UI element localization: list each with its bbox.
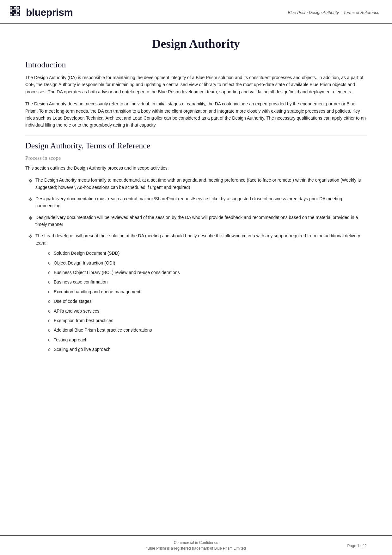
svg-rect-6: [10, 13, 13, 16]
introduction-paragraph-2: The Design Authority does not necessaril…: [25, 100, 367, 129]
svg-rect-5: [17, 10, 20, 12]
footer-page-number: Page 1 of 2: [347, 544, 367, 548]
bullet-item-4: ❖ The Lead developer will present their …: [25, 232, 367, 355]
sub-item-11: o Scaling and go live approach: [45, 346, 367, 353]
sub-item-4: o Business case confirmation: [45, 278, 367, 285]
document-header-title: Blue Prism Design Authority – Terms of R…: [288, 10, 380, 15]
svg-rect-0: [10, 6, 13, 9]
introduction-paragraph-1: The Design Authority (DA) is responsible…: [25, 74, 367, 95]
svg-rect-8: [17, 13, 20, 16]
terms-of-reference-heading: Design Authority, Terms of Reference: [25, 141, 367, 151]
sub-content-4: Business case confirmation: [54, 278, 367, 285]
sub-content-11: Scaling and go live approach: [54, 346, 367, 353]
sub-item-8: o Exemption from best practices: [45, 317, 367, 324]
sub-content-5: Exception handling and queue management: [54, 288, 367, 295]
sub-content-6: Use of code stages: [54, 298, 367, 305]
sub-content-3: Business Object Library (BOL) review and…: [54, 269, 367, 276]
bullet-marker-1: ❖: [25, 177, 35, 185]
sub-marker-2: o: [45, 259, 54, 266]
sub-content-7: API's and web services: [54, 308, 367, 315]
page-content: Design Authority Introduction The Design…: [0, 24, 392, 535]
bullet-marker-3: ❖: [25, 214, 35, 222]
sub-marker-4: o: [45, 278, 54, 285]
sub-content-10: Testing approach: [54, 336, 367, 343]
document-page: blueprism Blue Prism Design Authority – …: [0, 0, 392, 555]
sub-marker-11: o: [45, 346, 54, 353]
bullet-content-1: The Design Authority meets formally to m…: [35, 177, 367, 191]
sub-marker-10: o: [45, 336, 54, 343]
bullet-content-3: Design/delivery documentation will be re…: [35, 214, 367, 228]
sub-item-7: o API's and web services: [45, 308, 367, 315]
svg-rect-4: [14, 10, 16, 12]
sub-item-1: o Solution Design Document (SDD): [45, 250, 367, 257]
bullet-marker-4: ❖: [25, 232, 35, 241]
sub-marker-7: o: [45, 308, 54, 315]
logo-text: blueprism: [26, 7, 73, 18]
sub-content-2: Object Design Instruction (ODI): [54, 259, 367, 266]
svg-rect-3: [10, 10, 13, 12]
sub-marker-8: o: [45, 317, 54, 324]
svg-rect-1: [14, 6, 16, 9]
bullet-marker-2: ❖: [25, 195, 35, 204]
sub-content-9: Additional Blue Prism best practice cons…: [54, 327, 367, 334]
sub-content-8: Exemption from best practices: [54, 317, 367, 324]
bullet-item-3: ❖ Design/delivery documentation will be …: [25, 214, 367, 228]
svg-rect-2: [17, 6, 20, 9]
sub-item-3: o Business Object Library (BOL) review a…: [45, 269, 367, 276]
sub-item-9: o Additional Blue Prism best practice co…: [45, 327, 367, 334]
page-footer: Commercial in Confidence *Blue Prism is …: [0, 535, 392, 555]
bullet-content-4: The Lead developer will present their so…: [35, 232, 367, 355]
bullet-item-1: ❖ The Design Authority meets formally to…: [25, 177, 367, 191]
logo-area: blueprism: [9, 6, 73, 19]
process-bullet-list: ❖ The Design Authority meets formally to…: [25, 177, 367, 355]
sub-item-10: o Testing approach: [45, 336, 367, 343]
sub-item-2: o Object Design Instruction (ODI): [45, 259, 367, 266]
process-in-scope-heading: Process in scope: [25, 155, 367, 161]
bullet-content-2: Design/delivery documentation must reach…: [35, 195, 367, 209]
footer-line-2: *Blue Prism is a registered trademark of…: [146, 546, 246, 551]
introduction-heading: Introduction: [25, 60, 367, 70]
blueprism-logo-icon: [9, 6, 23, 19]
sub-marker-1: o: [45, 250, 54, 257]
process-in-scope-intro: This section outlines the Design Authori…: [25, 165, 367, 171]
sub-item-6: o Use of code stages: [45, 298, 367, 305]
page-title: Design Authority: [25, 37, 367, 51]
sub-content-1: Solution Design Document (SDD): [54, 250, 367, 257]
page-header: blueprism Blue Prism Design Authority – …: [0, 0, 392, 24]
sub-marker-3: o: [45, 269, 54, 276]
sub-item-5: o Exception handling and queue managemen…: [45, 288, 367, 295]
footer-line-1: Commercial in Confidence: [174, 540, 218, 545]
bullet-item-2: ❖ Design/delivery documentation must rea…: [25, 195, 367, 209]
svg-rect-7: [14, 13, 16, 16]
section-divider: [25, 135, 367, 135]
sub-marker-5: o: [45, 288, 54, 295]
sub-marker-6: o: [45, 298, 54, 305]
bullet-4-text: The Lead developer will present their so…: [35, 233, 360, 245]
sub-marker-9: o: [45, 327, 54, 334]
sub-bullet-list: o Solution Design Document (SDD) o Objec…: [45, 250, 367, 353]
